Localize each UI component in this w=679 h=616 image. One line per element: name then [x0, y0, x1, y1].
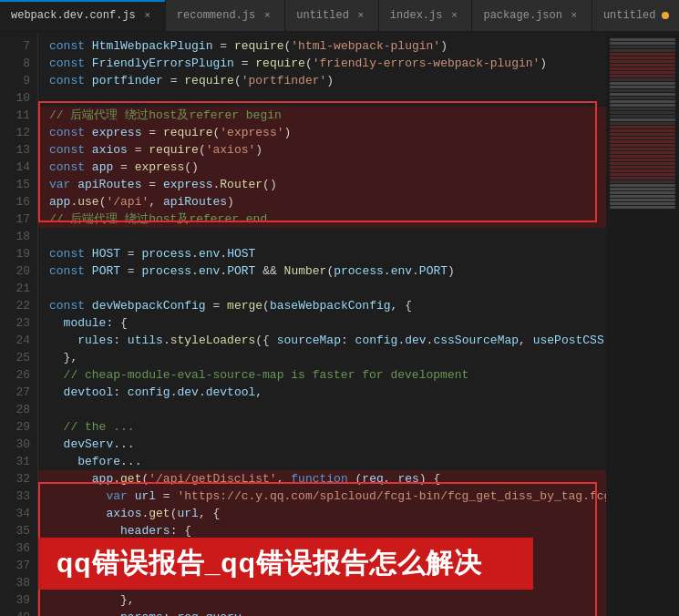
code-line-21 — [38, 280, 606, 297]
code-line-26: // cheap-module-eval-source-map is faste… — [38, 366, 606, 384]
tab-bar: webpack.dev.conf.js × recommend.js × unt… — [0, 0, 679, 32]
tab-dot-untitled2 — [662, 12, 669, 19]
code-line-23: module: { — [38, 314, 606, 332]
tab-label-index: index.js — [390, 9, 443, 22]
code-line-14: const app = express() — [38, 159, 606, 176]
tab-label-package: package.json — [483, 9, 561, 22]
code-line-40: params: req.query — [38, 609, 606, 616]
code-line-20: const PORT = process.env.PORT && Number(… — [38, 262, 606, 280]
code-line-15: var apiRoutes = express.Router() — [38, 176, 606, 193]
code-line-39: }, — [38, 591, 606, 609]
code-line-25: }, — [38, 349, 606, 366]
tab-close-webpack[interactable]: × — [141, 9, 154, 22]
code-line-17: // 后端代理 绕过host及referer end — [38, 210, 606, 228]
tab-close-package[interactable]: × — [568, 9, 581, 22]
tab-webpack[interactable]: webpack.dev.conf.js × — [0, 0, 166, 32]
tab-label-webpack: webpack.dev.conf.js — [11, 9, 136, 22]
code-line-22: const devWebpackConfig = merge(baseWebpa… — [38, 297, 606, 314]
banner: qq错误报告_qq错误报告怎么解决 — [38, 538, 533, 590]
code-line-19: const HOST = process.env.HOST — [38, 245, 606, 262]
code-line-32: app.get('/api/getDiscList', function (re… — [38, 470, 606, 488]
code-line-30: devServ... — [38, 436, 606, 453]
tab-label-untitled1: untitled — [296, 9, 349, 22]
tab-index[interactable]: index.js × — [379, 0, 473, 32]
editor: 7 8 9 10 11 12 13 14 15 16 17 18 19 20 2… — [0, 32, 679, 616]
tab-recommend[interactable]: recommend.js × — [166, 0, 285, 32]
code-line-7: const HtmlWebpackPlugin = require('html-… — [38, 37, 606, 55]
tab-package[interactable]: package.json × — [472, 0, 592, 32]
code-content[interactable]: const HtmlWebpackPlugin = require('html-… — [38, 32, 606, 616]
code-line-9: const portfinder = require('portfinder') — [38, 72, 606, 89]
code-line-8: const FriendlyErrorsPlugin = require('fr… — [38, 55, 606, 72]
code-line-28 — [38, 401, 606, 418]
code-line-29: // the ... — [38, 418, 606, 436]
tab-label-untitled2: untitled — [603, 9, 656, 22]
tab-untitled2[interactable]: untitled — [592, 0, 679, 32]
code-line-24: rules: utils.styleLoaders({ sourceMap: c… — [38, 332, 606, 349]
code-line-13: const axios = require('axios') — [38, 141, 606, 159]
code-line-12: const express = require('express') — [38, 124, 606, 141]
tab-close-index[interactable]: × — [448, 9, 460, 22]
line-numbers: 7 8 9 10 11 12 13 14 15 16 17 18 19 20 2… — [0, 32, 38, 616]
code-line-31: before... — [38, 453, 606, 470]
tab-close-untitled1[interactable]: × — [355, 9, 367, 22]
code-line-11: // 后端代理 绕过host及referer begin — [38, 107, 606, 124]
minimap — [606, 32, 679, 616]
code-line-18 — [38, 228, 606, 245]
code-line-27: devtool: config.dev.devtool, — [38, 384, 606, 401]
code-line-16: app.use('/api', apiRoutes) — [38, 193, 606, 210]
code-line-34: axios.get(url, { — [38, 505, 606, 522]
code-line-10 — [38, 89, 606, 107]
tab-untitled1[interactable]: untitled × — [285, 0, 379, 32]
tab-close-recommend[interactable]: × — [261, 9, 273, 22]
code-line-33: var url = 'https://c.y.qq.com/splcloud/f… — [38, 488, 606, 505]
tab-label-recommend: recommend.js — [177, 9, 255, 22]
